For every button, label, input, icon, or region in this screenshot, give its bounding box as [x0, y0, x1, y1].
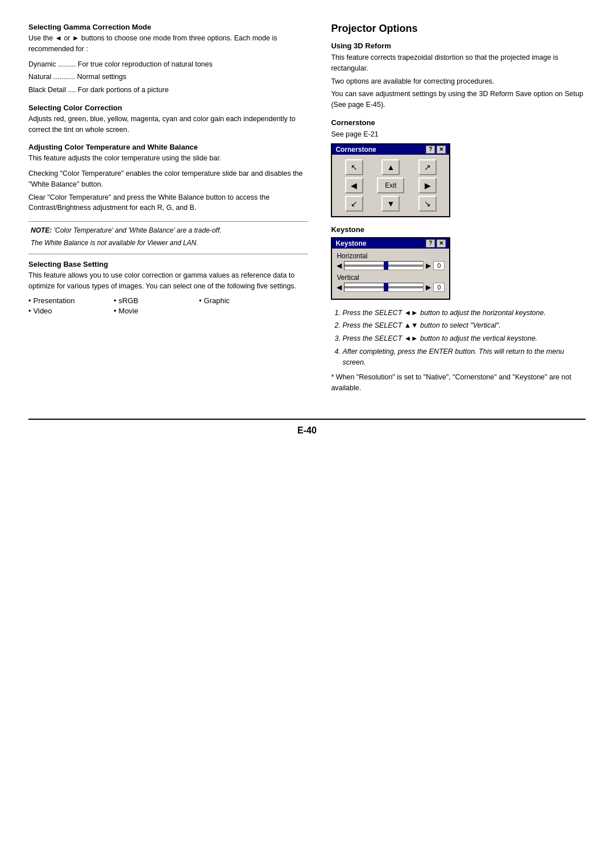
- keystone-vertical-label: Vertical: [337, 274, 445, 282]
- bullet-presentation-text: Presentation: [34, 296, 75, 305]
- keystone-dialog: Keystone ? ✕ Horizontal ◀: [331, 237, 450, 300]
- footnote: * When "Resolution" is set to "Native", …: [331, 372, 586, 394]
- keystone-section: Keystone Keystone ? ✕ Horizontal: [331, 225, 586, 300]
- keystone-vertical-row: ◀ ▶ 0: [337, 283, 445, 292]
- numbered-item-4: After completing, press the ENTER button…: [342, 346, 586, 368]
- note-text-bold: NOTE: 'Color Temperature' and 'White Bal…: [31, 225, 306, 235]
- color-temp-p2: Checking "Color Temperature" enables the…: [28, 168, 308, 190]
- gamma-p3: Natural ........... Normal settings: [28, 72, 308, 82]
- cornerstone-dialog: Cornerstone ? ✕ ↖ ▲ ↗ ◀ Exit: [331, 143, 450, 217]
- bullet-col-2: • sRGB • Movie: [114, 296, 182, 315]
- keystone-vertical-value: 0: [433, 283, 445, 292]
- cornerstone-up-button[interactable]: ▲: [381, 159, 400, 175]
- note-box: NOTE: 'Color Temperature' and 'White Bal…: [28, 221, 308, 254]
- keystone-horizontal-track: [345, 264, 423, 267]
- keystone-horizontal-right-arrow[interactable]: ▶: [426, 262, 431, 270]
- cornerstone-bottomright-button[interactable]: ↘: [418, 196, 437, 212]
- cornerstone-grid: ↖ ▲ ↗ ◀ Exit ▶ ↙ ▼ ↘: [332, 155, 449, 216]
- cornerstone-title-bar: Cornerstone ? ✕: [332, 144, 449, 155]
- keystone-horizontal-thumb: [384, 262, 388, 270]
- bullet-srgb-text: sRGB: [119, 296, 139, 305]
- color-temp-section: Adjusting Color Temperature and White Ba…: [28, 143, 308, 213]
- keystone-vertical-left-arrow[interactable]: ◀: [337, 283, 342, 291]
- base-setting-heading: Selecting Base Setting: [28, 260, 308, 268]
- keystone-close-button[interactable]: ✕: [437, 239, 446, 247]
- keystone-vertical-thumb: [384, 283, 388, 291]
- keystone-help-button[interactable]: ?: [426, 239, 435, 247]
- keystone-heading: Keystone: [331, 225, 586, 234]
- color-temp-heading: Adjusting Color Temperature and White Ba…: [28, 143, 308, 151]
- keystone-horizontal-value: 0: [433, 261, 445, 270]
- bullet-presentation: • Presentation: [28, 296, 97, 305]
- keystone-horizontal-row: ◀ ▶ 0: [337, 261, 445, 270]
- base-setting-p1: This feature allows you to use color cor…: [28, 270, 308, 292]
- keystone-vertical-slider[interactable]: [344, 283, 424, 292]
- color-temp-p3: Clear "Color Temperature" and press the …: [28, 192, 308, 214]
- color-correction-p1: Adjusts red, green, blue, yellow, magent…: [28, 114, 308, 135]
- numbered-list: Press the SELECT ◄► button to adjust the…: [331, 308, 586, 368]
- keystone-horizontal-label: Horizontal: [337, 252, 445, 260]
- keystone-horizontal-slider[interactable]: [344, 261, 424, 270]
- bullet-srgb: • sRGB: [114, 296, 182, 305]
- cornerstone-right-button[interactable]: ▶: [418, 177, 437, 193]
- color-correction-section: Selecting Color Correction Adjusts red, …: [28, 104, 308, 135]
- numbered-item-2: Press the SELECT ▲▼ button to select "Ve…: [342, 320, 586, 331]
- bullet-graphic-text: Graphic: [204, 296, 230, 305]
- cornerstone-topright-button[interactable]: ↗: [418, 159, 437, 175]
- page: Selecting Gamma Correction Mode Use the …: [0, 0, 614, 868]
- cornerstone-bottomleft-button[interactable]: ↙: [345, 196, 363, 212]
- keystone-dialog-title: Keystone: [335, 239, 366, 247]
- two-column-layout: Selecting Gamma Correction Mode Use the …: [28, 23, 586, 396]
- cornerstone-left-button[interactable]: ◀: [345, 177, 363, 193]
- page-number: E-40: [28, 419, 586, 436]
- gamma-section: Selecting Gamma Correction Mode Use the …: [28, 23, 308, 96]
- cornerstone-dialog-buttons: ? ✕: [426, 146, 446, 154]
- right-column: Projector Options Using 3D Reform This f…: [331, 23, 586, 396]
- gamma-p2: Dynamic ......... For true color reprodu…: [28, 59, 308, 70]
- left-column: Selecting Gamma Correction Mode Use the …: [28, 23, 308, 396]
- gamma-heading: Selecting Gamma Correction Mode: [28, 23, 308, 31]
- bullet-movie: • Movie: [114, 307, 182, 315]
- 3d-reform-heading: Using 3D Reform: [331, 42, 586, 50]
- gamma-p1: Use the ◄ or ► buttons to choose one mod…: [28, 33, 308, 55]
- cornerstone-dialog-title: Cornerstone: [335, 146, 376, 154]
- 3d-reform-p3: You can save adjustment settings by usin…: [331, 89, 586, 110]
- cornerstone-help-button[interactable]: ?: [426, 146, 435, 154]
- cornerstone-heading: Cornerstone: [331, 118, 586, 127]
- note-text-italic: The White Balance is not available for V…: [31, 238, 306, 248]
- numbered-item-1: Press the SELECT ◄► button to adjust the…: [342, 308, 586, 319]
- 3d-reform-p1: This feature corrects trapezoidal distor…: [331, 52, 586, 74]
- cornerstone-down-button[interactable]: ▼: [381, 196, 400, 212]
- cornerstone-topleft-button[interactable]: ↖: [345, 159, 363, 175]
- bullet-video: • Video: [28, 307, 97, 315]
- bullet-col-3: • Graphic: [199, 296, 267, 315]
- cornerstone-exit-button[interactable]: Exit: [377, 177, 404, 193]
- 3d-reform-section: Using 3D Reform This feature corrects tr…: [331, 42, 586, 110]
- keystone-vertical-track: [345, 286, 423, 288]
- cornerstone-section: Cornerstone See page E-21 Cornerstone ? …: [331, 118, 586, 217]
- cornerstone-subtext: See page E-21: [331, 129, 586, 140]
- gamma-p4: Black Detail .... For dark portions of a…: [28, 85, 308, 96]
- bullet-col-1: • Presentation • Video: [28, 296, 97, 315]
- keystone-dialog-buttons: ? ✕: [426, 239, 446, 247]
- keystone-horizontal-left-arrow[interactable]: ◀: [337, 262, 342, 270]
- bullet-graphic: • Graphic: [199, 296, 267, 305]
- bullet-row: • Presentation • Video • sRGB: [28, 296, 308, 315]
- keystone-title-bar: Keystone ? ✕: [332, 238, 449, 249]
- color-correction-heading: Selecting Color Correction: [28, 104, 308, 112]
- page-title: Projector Options: [331, 23, 586, 35]
- bullet-video-text: Video: [34, 307, 52, 315]
- color-temp-p1: This feature adjusts the color temperatu…: [28, 153, 308, 164]
- cornerstone-close-button[interactable]: ✕: [437, 146, 446, 154]
- base-setting-section: Selecting Base Setting This feature allo…: [28, 260, 308, 315]
- 3d-reform-p2: Two options are available for correcting…: [331, 76, 586, 87]
- keystone-content: Horizontal ◀ ▶ 0 Vertica: [332, 249, 449, 299]
- footnote-text: * When "Resolution" is set to "Native", …: [331, 372, 586, 394]
- numbered-item-3: Press the SELECT ◄► button to adjust the…: [342, 333, 586, 344]
- bullet-movie-text: Movie: [119, 307, 139, 315]
- keystone-vertical-right-arrow[interactable]: ▶: [426, 283, 431, 291]
